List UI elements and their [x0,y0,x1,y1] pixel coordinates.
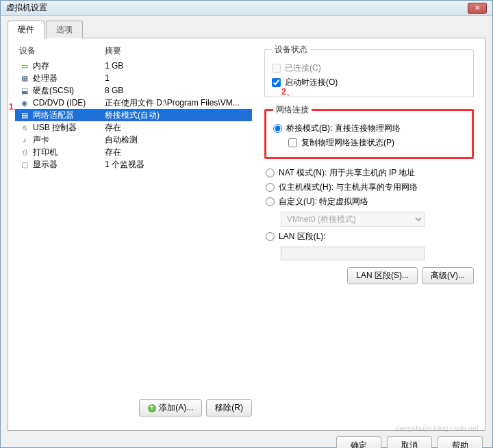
advanced-button[interactable]: 高级(V)... [422,267,474,284]
hostonly-radio-row[interactable]: 仅主机模式(H): 与主机共享的专用网络 [266,180,472,195]
lan-radio[interactable] [266,232,275,241]
device-row-cpu[interactable]: 处理器 1 [15,72,252,84]
ok-button[interactable]: 确定 [336,436,381,448]
lan-segment-textbox [281,247,425,260]
connect-at-power-row[interactable]: 启动时连接(O) [272,75,466,90]
remove-button[interactable]: 移除(R) [206,399,252,416]
device-row-usb[interactable]: USB 控制器 存在 [15,121,252,134]
device-status-legend: 设备状态 [272,44,310,55]
dialog-buttons: 确定 取消 帮助 [1,431,492,448]
tab-options[interactable]: 选项 [46,21,83,38]
replicate-checkbox[interactable] [288,138,297,147]
device-row-network[interactable]: 网络适配器 桥接模式(自动) [15,109,252,121]
usb-icon [19,123,30,132]
device-buttons: 添加(A)... 移除(R) [15,394,252,419]
hostonly-radio[interactable] [266,183,275,192]
window-title: 虚拟机设置 [6,2,47,14]
annotation-2: 2、 [281,86,294,98]
col-device: 设备 [19,45,105,57]
device-status-group: 设备状态 已连接(C) 启动时连接(O) [264,44,474,97]
cpu-icon [19,73,30,83]
custom-radio-row[interactable]: 自定义(U): 特定虚拟网络 [266,195,472,209]
lan-segment-button[interactable]: LAN 区段(S)... [347,267,418,284]
custom-radio[interactable] [266,197,275,206]
network-connection-legend: 网络连接 [273,104,312,116]
device-row-disk[interactable]: 硬盘(SCSI) 8 GB [15,84,252,97]
lan-radio-row[interactable]: LAN 区段(L): [266,229,472,244]
help-button[interactable]: 帮助 [438,436,483,448]
add-icon [148,404,156,412]
network-advanced-buttons: LAN 区段(S)... 高级(V)... [264,267,474,284]
nat-radio[interactable] [266,169,275,177]
printer-icon [19,147,30,157]
disk-icon [19,86,30,95]
display-icon [19,160,30,169]
network-connection-group: 网络连接 桥接模式(B): 直接连接物理网络 复制物理网络连接状态(P) [264,104,474,159]
custom-network-combo: VMnet0 (桥接模式) [281,212,425,227]
nat-radio-row[interactable]: NAT 模式(N): 用于共享主机的 IP 地址 [266,166,472,180]
replicate-checkbox-row[interactable]: 复制物理网络连接状态(P) [288,136,465,150]
watermark: dengshujin.blog.csdn.net [395,424,479,432]
hardware-list-panel: 设备 摘要 内存 1 GB 处理器 1 硬盘(SCSI) 8 GB [15,38,255,423]
connected-checkbox-row[interactable]: 已连接(C) [272,61,466,75]
bridge-radio-row[interactable]: 桥接模式(B): 直接连接物理网络 [273,121,465,136]
memory-icon [19,61,30,71]
annotation-1: 1、 [9,101,22,113]
titlebar: 虚拟机设置 ✕ [1,1,492,16]
tab-hardware[interactable]: 硬件 [8,21,45,38]
device-row-printer[interactable]: 打印机 存在 [15,146,252,158]
device-row-sound[interactable]: 声卡 自动检测 [15,134,252,146]
cancel-button[interactable]: 取消 [387,436,432,448]
device-row-display[interactable]: 显示器 1 个监视器 [15,158,252,171]
bridge-radio[interactable] [273,124,282,133]
sound-icon [19,135,30,145]
connected-checkbox [272,64,281,73]
device-row-memory[interactable]: 内存 1 GB [15,60,252,72]
close-icon[interactable]: ✕ [468,3,487,14]
tab-strip: 硬件 选项 [1,16,492,38]
table-header: 设备 摘要 [15,42,252,60]
device-row-cd[interactable]: CD/DVD (IDE) 正在使用文件 D:\Program Files\VM.… [15,97,252,109]
vm-settings-dialog: 虚拟机设置 ✕ 硬件 选项 设备 摘要 内存 1 GB 处理器 1 [0,0,493,448]
device-list: 内存 1 GB 处理器 1 硬盘(SCSI) 8 GB CD/DVD (IDE)… [15,60,252,394]
content-area: 设备 摘要 内存 1 GB 处理器 1 硬盘(SCSI) 8 GB [8,38,485,431]
connect-at-power-checkbox[interactable] [272,78,281,87]
col-summary: 摘要 [105,45,248,57]
add-button[interactable]: 添加(A)... [139,399,202,416]
